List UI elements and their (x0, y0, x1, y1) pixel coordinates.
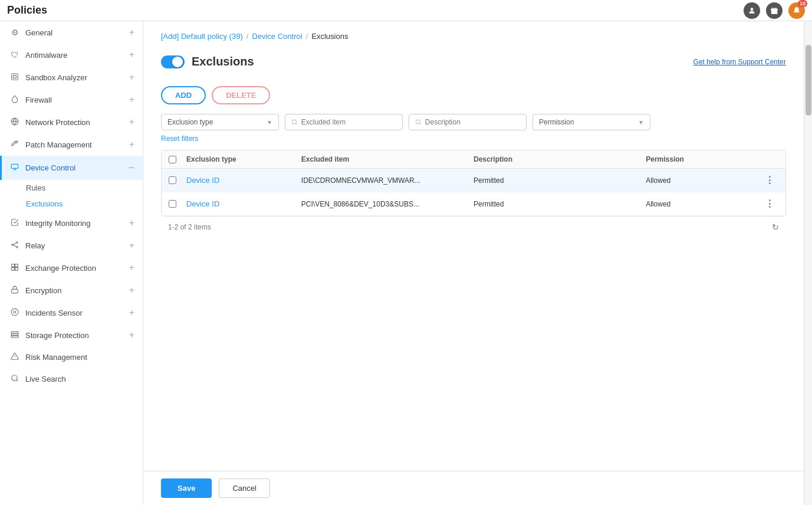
sidebar-item-livesearch[interactable]: Live Search (0, 368, 143, 390)
sidebar-item-patch[interactable]: Patch Management + (0, 133, 143, 156)
notification-badge: 10 (798, 0, 807, 7)
storage-icon (10, 330, 19, 340)
row-2-actions[interactable]: ⋮ (761, 198, 778, 209)
page-title: Policies (7, 4, 47, 17)
sidebar-item-relay[interactable]: Relay + (0, 234, 143, 257)
col-header-type: Exclusion type (186, 155, 301, 163)
rules-label: Rules (26, 183, 45, 192)
breadcrumb-sep-2: / (306, 32, 308, 41)
sidebar-item-general[interactable]: ⚙ General + (0, 21, 143, 44)
description-filter[interactable] (409, 114, 527, 130)
sidebar-item-exchange[interactable]: Exchange Protection + (0, 257, 143, 279)
sidebar-item-device-control[interactable]: Device Control − (0, 156, 143, 180)
encryption-icon (10, 286, 19, 296)
storage-plus[interactable]: + (129, 330, 134, 340)
svg-point-12 (17, 241, 18, 242)
device-minus[interactable]: − (128, 162, 134, 174)
breadcrumb-policy[interactable]: [Add] Default policy (39) (161, 32, 243, 41)
table-row: Device ID PCI\VEN_8086&DEV_10D3&SUBS... … (162, 192, 785, 216)
items-count: 1-2 of 2 items (168, 223, 211, 231)
bottom-bar: Save Cancel (143, 471, 804, 505)
row-1-perm: Allowed (646, 176, 761, 185)
filters-row: Exclusion type ▼ Permission ▼ (161, 114, 786, 130)
sidebar-item-sandbox[interactable]: Sandbox Analyzer + (0, 66, 143, 88)
sidebar-item-encryption[interactable]: Encryption + (0, 279, 143, 301)
permission-label: Permission (539, 118, 574, 126)
row-2-type[interactable]: Device ID (186, 199, 301, 208)
row-1-actions[interactable]: ⋮ (761, 175, 778, 186)
sidebar-item-label: Encryption (25, 286, 61, 295)
sidebar: ⚙ General + 🛡 Antimalware + Sandbox Anal… (0, 21, 143, 505)
sidebar-item-network[interactable]: Network Protection + (0, 111, 143, 133)
general-plus[interactable]: + (129, 27, 134, 38)
row-1-type[interactable]: Device ID (186, 176, 301, 185)
permission-filter[interactable]: Permission ▼ (532, 114, 650, 130)
exclusion-type-label: Exclusion type (167, 118, 213, 126)
patch-plus[interactable]: + (129, 139, 134, 150)
incidents-plus[interactable]: + (129, 307, 134, 318)
scrollbar[interactable] (804, 21, 812, 505)
select-all-checkbox[interactable] (169, 156, 176, 163)
sandbox-plus[interactable]: + (129, 72, 134, 83)
description-search-icon (415, 119, 422, 126)
top-bar: Policies 10 (0, 0, 812, 21)
sidebar-item-incidents[interactable]: Incidents Sensor + (0, 301, 143, 324)
row-1-checkbox[interactable] (169, 176, 176, 184)
sidebar-sub-rules[interactable]: Rules (0, 180, 143, 196)
row-1-item: IDE\CDROMNECVMWAR_VMWAR... (301, 176, 474, 185)
sidebar-sub-exclusions[interactable]: Exclusions (0, 196, 143, 212)
user-icon[interactable] (744, 2, 760, 19)
section-title: Exclusions (192, 55, 254, 68)
exchange-icon (10, 263, 19, 273)
exclusion-type-filter[interactable]: Exclusion type ▼ (161, 114, 279, 130)
svg-rect-23 (11, 332, 18, 333)
integrity-plus[interactable]: + (129, 218, 134, 228)
action-buttons: ADD DELETE (161, 80, 786, 114)
help-link[interactable]: Get help from Support Center (693, 58, 786, 66)
exchange-plus[interactable]: + (129, 263, 134, 273)
sidebar-item-risk[interactable]: Risk Management (0, 346, 143, 368)
cancel-button[interactable]: Cancel (219, 478, 269, 498)
svg-rect-20 (12, 289, 18, 293)
gift-icon[interactable] (766, 2, 783, 19)
row-2-checkbox[interactable] (169, 200, 176, 208)
search-icon (291, 119, 298, 126)
description-input[interactable] (425, 118, 520, 126)
exclusions-toggle[interactable] (161, 55, 185, 68)
save-button[interactable]: Save (161, 478, 212, 498)
sidebar-item-antimalware[interactable]: 🛡 Antimalware + (0, 44, 143, 66)
permission-chevron-icon: ▼ (638, 119, 644, 126)
col-header-perm: Permission (646, 155, 761, 163)
risk-icon (10, 352, 19, 362)
reset-filters-link[interactable]: Reset filters (161, 132, 198, 145)
delete-button[interactable]: DELETE (212, 86, 270, 104)
svg-rect-5 (14, 75, 17, 78)
svg-point-13 (17, 246, 18, 247)
svg-line-14 (13, 242, 17, 245)
svg-rect-24 (11, 333, 18, 335)
network-plus[interactable]: + (129, 117, 134, 127)
sidebar-item-label: Antimalware (25, 51, 68, 60)
sidebar-item-label: Exchange Protection (25, 264, 96, 273)
bell-icon[interactable]: 10 (788, 2, 805, 19)
svg-rect-18 (12, 267, 15, 270)
svg-point-0 (751, 8, 754, 11)
breadcrumb-device-control[interactable]: Device Control (252, 32, 302, 41)
svg-point-32 (416, 120, 420, 124)
encryption-plus[interactable]: + (129, 285, 134, 296)
refresh-icon[interactable]: ↻ (772, 222, 779, 232)
table-row: Device ID IDE\CDROMNECVMWAR_VMWAR... Per… (162, 169, 785, 192)
sidebar-item-integrity[interactable]: Integrity Monitoring + (0, 212, 143, 234)
add-button[interactable]: ADD (161, 86, 206, 104)
scrollbar-thumb (806, 45, 811, 116)
sidebar-item-storage[interactable]: Storage Protection + (0, 324, 143, 346)
sidebar-item-label: Risk Management (25, 353, 87, 362)
excluded-item-input[interactable] (301, 118, 396, 126)
sidebar-item-label: General (25, 28, 52, 37)
firewall-plus[interactable]: + (129, 94, 134, 105)
excluded-item-filter[interactable] (285, 114, 403, 130)
sidebar-item-firewall[interactable]: Firewall + (0, 88, 143, 111)
relay-plus[interactable]: + (129, 240, 134, 251)
antimalware-plus[interactable]: + (129, 50, 134, 60)
incidents-icon (10, 308, 19, 318)
